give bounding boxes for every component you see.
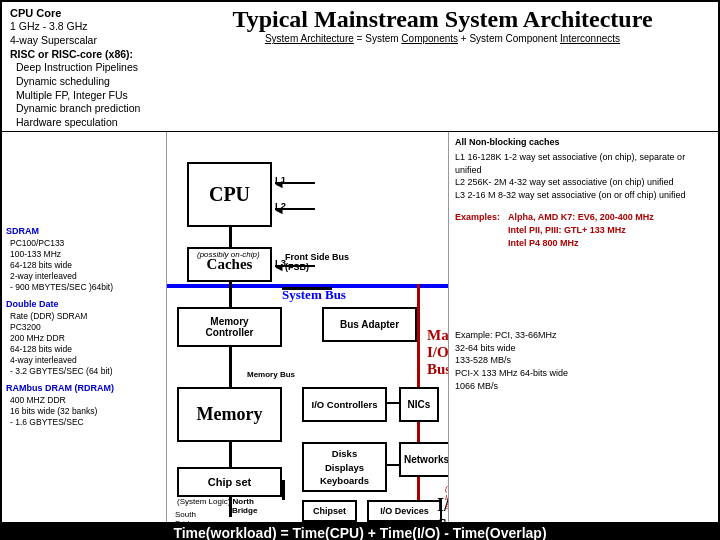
nics-label: NICs [408,399,431,410]
memory-label: Memory [197,404,263,425]
bus-adapter-box: Bus Adapter [322,307,417,342]
subtitle: System Architecture = System Components … [175,33,710,44]
cpu-feature-2: Dynamic scheduling [10,75,175,89]
rdram-item-1: 16 bits wide (32 banks) [6,406,162,417]
cpu-label: CPU [209,183,250,206]
main-io-details: 32-64 bits wide 133-528 MB/s PCI-X 133 M… [455,342,712,392]
cpu-feature-4: Dynamic branch prediction [10,102,175,116]
ddk-label: DisksDisplaysKeyboards [320,447,369,487]
sdram-title: SDRAM [6,226,162,238]
memory-controller-box: MemoryController [177,307,282,347]
ddk-box: DisksDisplaysKeyboards [302,442,387,492]
nics-box: NICs [399,387,439,422]
l3-desc: L3 2-16 M 8-32 way set associative (on o… [455,189,712,202]
memory-controller-label: MemoryController [206,316,254,338]
left-cpu-info: CPU Core 1 GHz - 3.8 GHz 4-way Superscal… [10,6,175,129]
sdram-item-4: - 900 MBYTES/SEC )64bit) [6,282,162,293]
cpu-superscalar: 4-way Superscalar [10,34,175,48]
cpu-feature-1: Deep Instruction Pipelines [10,61,175,75]
cpu-core-label: CPU Core [10,6,175,20]
l1-arrow: ◄ [273,177,285,191]
south-bridge-label: SouthBridge [175,510,198,522]
bus-adapter-label: Bus Adapter [340,319,399,330]
rdram-item-0: 400 MHZ DDR [6,395,162,406]
io-devices-label: I/O Devices [380,506,429,516]
vert-chipset-connect [282,480,285,500]
main-io-example-label: Example: PCI, 33-66MHz [455,329,712,342]
page-title: Typical Mainstream System Architecture [175,6,710,32]
networks-label: Networks [404,454,448,465]
cpu-feature-5: Hardware speculation [10,116,175,130]
ddr-item-3: 64-128 bits wide [6,344,162,355]
main-io-example: Example: PCI, 33-66MHz 32-64 bits wide 1… [455,329,712,392]
fsb-label: Front Side Bus(FSB) [285,252,385,272]
ddr-title: Double Date [6,299,162,311]
chipset2-label: Chipset [313,506,346,516]
io-controllers-box: I/O Controllers [302,387,387,422]
rdram-section: RAMbus DRAM (RDRAM) 400 MHZ DDR 16 bits … [6,383,162,428]
left-memory-col: SDRAM PC100/PC133 100-133 MHz 64-128 bit… [2,132,167,522]
vert-memctrl-to-mem [229,347,232,387]
l3-arrow: ◄ [273,260,285,274]
diagram-area: CPU L1 ◄ L2 ◄ Caches (possibly on-chip) … [167,132,448,522]
memory-box: Memory [177,387,282,442]
memory-bus-label: Memory Bus [247,370,295,379]
cpu-risc: RISC or RISC-core (x86): [10,48,175,62]
networks-box: Networks [399,442,448,477]
examples-label: Examples: [455,211,500,249]
l2-desc: L2 256K- 2M 4-32 way set associative (on… [455,176,712,189]
ddr-item-2: 200 MHz DDR [6,333,162,344]
system-bus-label: System Bus [282,287,346,303]
sdram-item-3: 2-way interleaved [6,271,162,282]
ddr-item-0: Rate (DDR) SDRAM [6,311,162,322]
fsb-examples: Examples: Alpha, AMD K7: EV6, 200-400 MH… [455,211,712,249]
sdram-item-0: PC100/PC133 [6,238,162,249]
chipset-label: Chip set [208,476,251,488]
rdram-title: RAMbus DRAM (RDRAM) [6,383,162,395]
sdram-item-2: 64-128 bits wide [6,260,162,271]
alpha-label: Alpha, AMD K7: EV6, 200-400 MHz [508,211,654,224]
right-col: All Non-blocking caches L1 16-128K 1-2 w… [448,132,718,522]
possibly-label: (possibly on-chip) [197,250,260,259]
rdram-item-2: - 1.6 GBYTES/SEC [6,417,162,428]
io-controllers-label: I/O Controllers [312,399,378,410]
bus-adapter-to-io [417,322,420,325]
ddr-item-1: PC3200 [6,322,162,333]
main-io-bus-label: Main I/O Bus [427,327,448,378]
time-formula: Time(workload) = Time(CPU) + Time(I/O) -… [2,522,718,540]
sdram-item-1: 100-133 MHz [6,249,162,260]
intel-pii-label: Intel PII, PIII: GTL+ 133 MHz [508,224,654,237]
cpu-freq: 1 GHz - 3.8 GHz [10,20,175,34]
l1-desc: L1 16-128K 1-2 way set associative (on c… [455,151,712,176]
chipset2-box: Chipset [302,500,357,522]
ddr-item-5: - 3.2 GBYTES/SEC (64 bit) [6,366,162,377]
l2-arrow: ◄ [273,203,285,217]
title-block: Typical Mainstream System Architecture S… [175,6,710,44]
vert-mem-to-chipset [229,442,232,467]
ddr-item-4: 4-way interleaved [6,355,162,366]
cpu-feature-3: Multiple FP, Integer FUs [10,89,175,103]
cache-header: All Non-blocking caches [455,136,712,149]
intel-p4-label: Intel P4 800 MHz [508,237,654,250]
sdram-section: SDRAM PC100/PC133 100-133 MHz 64-128 bit… [6,226,162,293]
title-area: CPU Core 1 GHz - 3.8 GHz 4-way Superscal… [2,2,718,132]
chipset-box: Chip set [177,467,282,497]
cpu-box: CPU [187,162,272,227]
io-devices-box: I/O Devices [367,500,442,522]
isolated-label: (Isolated I/O Subsystem) [445,484,448,511]
ddr-section: Double Date Rate (DDR) SDRAM PC3200 200 … [6,299,162,377]
vert-bus-to-memctrl [229,284,232,307]
main-container: CPU Core 1 GHz - 3.8 GHz 4-way Superscal… [0,0,720,540]
